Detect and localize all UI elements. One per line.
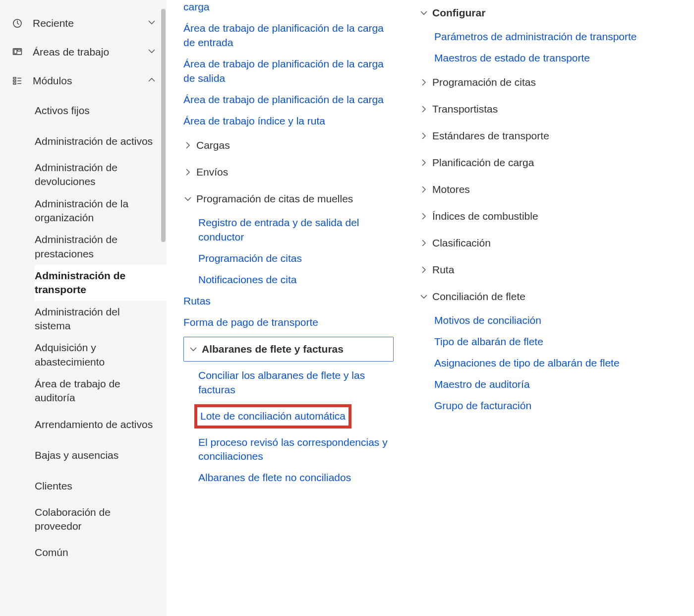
link-area-indice-ruta[interactable]: Área de trabajo índice y la ruta xyxy=(183,114,394,128)
panel-transport: carga Área de trabajo de planificación d… xyxy=(167,0,399,616)
chevron-right-icon xyxy=(419,265,432,274)
module-item[interactable]: Administración de transporte xyxy=(35,265,167,301)
module-item[interactable]: Común xyxy=(35,538,167,568)
workspace-icon xyxy=(12,47,23,58)
link-auto-reconciliation-batch[interactable]: Lote de conciliación automática xyxy=(200,409,346,424)
clock-icon xyxy=(12,18,23,29)
chevron-right-icon xyxy=(419,239,432,247)
group-cargas-label: Cargas xyxy=(196,139,230,151)
link-maestro-auditoria[interactable]: Maestro de auditoría xyxy=(434,377,681,392)
module-item[interactable]: Adquisición y abastecimiento xyxy=(35,337,167,373)
chevron-down-icon xyxy=(183,194,196,203)
module-item[interactable]: Administración de prestaciones xyxy=(35,229,167,265)
group-label: Estándares de transporte xyxy=(432,130,549,142)
group-label: Programación de citas xyxy=(432,76,536,88)
chevron-down-icon xyxy=(146,46,158,58)
link-prog-citas[interactable]: Programación de citas xyxy=(198,251,394,266)
nav-workspaces[interactable]: Áreas de trabajo xyxy=(0,38,167,66)
chevron-down-icon xyxy=(419,8,432,17)
chevron-right-icon xyxy=(183,141,196,150)
group-configurar-label: Configurar xyxy=(432,7,485,19)
nav-modules[interactable]: Módulos xyxy=(0,66,167,95)
nav-recent[interactable]: Reciente xyxy=(0,9,167,38)
group-collapsed[interactable]: Estándares de transporte xyxy=(419,126,681,146)
group-label: Transportistas xyxy=(432,103,498,115)
chevron-down-icon xyxy=(419,292,432,301)
module-item[interactable]: Colaboración de proveedor xyxy=(35,501,167,538)
link-parametros-transporte[interactable]: Parámetros de administración de transpor… xyxy=(434,30,681,44)
module-item[interactable]: Administración del sistema xyxy=(35,301,167,337)
link-reconcile-freight[interactable]: Conciliar los albaranes de flete y las f… xyxy=(198,369,394,397)
module-item[interactable]: Clientes xyxy=(35,471,167,501)
scrollbar-thumb[interactable] xyxy=(161,9,166,242)
group-dock-scheduling[interactable]: Programación de citas de muelles xyxy=(183,189,394,209)
chevron-down-icon xyxy=(146,17,158,29)
group-collapsed[interactable]: Planificación de carga xyxy=(419,153,681,173)
link-motivos-conc[interactable]: Motivos de conciliación xyxy=(434,313,681,328)
group-configurar[interactable]: Configurar xyxy=(419,3,681,23)
group-collapsed[interactable]: Motores xyxy=(419,180,681,199)
group-label: Índices de combustible xyxy=(432,210,538,222)
panel-config: Configurar Parámetros de administración … xyxy=(399,0,694,616)
link-notif-cita[interactable]: Notificaciones de cita xyxy=(198,273,394,287)
chevron-up-icon xyxy=(146,75,158,87)
group-envios-label: Envíos xyxy=(196,166,228,178)
nav-workspaces-label: Áreas de trabajo xyxy=(33,46,146,58)
module-item[interactable]: Arrendamiento de activos xyxy=(35,409,167,440)
link-rutas[interactable]: Rutas xyxy=(183,294,394,308)
group-collapsed[interactable]: Programación de citas xyxy=(419,72,681,92)
module-item[interactable]: Administración de activos xyxy=(35,126,167,157)
group-collapsed[interactable]: Índices de combustible xyxy=(419,206,681,226)
link-area-carga-salida[interactable]: Área de trabajo de planificación de la c… xyxy=(183,57,394,86)
link-forma-pago[interactable]: Forma de pago de transporte xyxy=(183,315,394,330)
group-conciliacion-flete[interactable]: Conciliación de flete xyxy=(419,287,681,307)
group-collapsed[interactable]: Ruta xyxy=(419,260,681,280)
link-area-carga[interactable]: Área de trabajo de planificación de la c… xyxy=(183,93,394,107)
chevron-right-icon xyxy=(419,78,432,87)
group-dock-label: Programación de citas de muelles xyxy=(196,193,353,205)
group-label: Motores xyxy=(432,184,470,195)
group-cargas[interactable]: Cargas xyxy=(183,135,394,155)
group-collapsed[interactable]: Transportistas xyxy=(419,99,681,119)
link-driver-checkin[interactable]: Registro de entrada y de salida del cond… xyxy=(198,216,394,245)
chevron-right-icon xyxy=(419,212,432,221)
highlight-box: Lote de conciliación automática xyxy=(194,404,351,429)
modules-icon xyxy=(12,75,23,86)
nav-modules-label: Módulos xyxy=(33,75,146,87)
chevron-right-icon xyxy=(419,185,432,194)
group-conciliacion-label: Conciliación de flete xyxy=(432,291,525,303)
link-maestros-estado[interactable]: Maestros de estado de transporte xyxy=(434,51,681,65)
module-item[interactable]: Área de trabajo de auditoría xyxy=(35,373,167,409)
link-process-reviewed[interactable]: El proceso revisó las correspondencias y… xyxy=(198,435,394,464)
chevron-right-icon xyxy=(419,158,432,167)
group-label: Planificación de carga xyxy=(432,157,534,169)
chevron-right-icon xyxy=(419,105,432,114)
link-asignaciones-tipo[interactable]: Asignaciones de tipo de albarán de flete xyxy=(434,356,681,370)
chevron-right-icon xyxy=(183,168,196,177)
group-collapsed[interactable]: Clasificación xyxy=(419,233,681,253)
link-tipo-albaran[interactable]: Tipo de albarán de flete xyxy=(434,335,681,349)
chevron-right-icon xyxy=(419,131,432,140)
link-carga[interactable]: carga xyxy=(183,0,394,14)
link-unreconciled-freight[interactable]: Albaranes de flete no conciliados xyxy=(198,471,394,485)
group-label: Clasificación xyxy=(432,237,491,249)
module-list: Activos fijosAdministración de activosAd… xyxy=(0,95,167,568)
group-envios[interactable]: Envíos xyxy=(183,162,394,182)
module-item[interactable]: Administración de devoluciones xyxy=(35,157,167,193)
sidebar: Reciente Áreas de trabajo Módulos Activo… xyxy=(0,0,167,616)
chevron-down-icon xyxy=(189,345,202,354)
module-item[interactable]: Activos fijos xyxy=(35,95,167,126)
module-item[interactable]: Bajas y ausencias xyxy=(35,440,167,471)
nav-recent-label: Reciente xyxy=(33,17,146,29)
group-freight-label: Albaranes de flete y facturas xyxy=(202,343,344,355)
module-item[interactable]: Administración de la organización xyxy=(35,193,167,229)
group-freight-bills[interactable]: Albaranes de flete y facturas xyxy=(183,337,394,362)
link-grupo-facturacion[interactable]: Grupo de facturación xyxy=(434,399,681,413)
link-area-carga-entrada[interactable]: Área de trabajo de planificación de la c… xyxy=(183,21,394,50)
group-label: Ruta xyxy=(432,264,454,276)
